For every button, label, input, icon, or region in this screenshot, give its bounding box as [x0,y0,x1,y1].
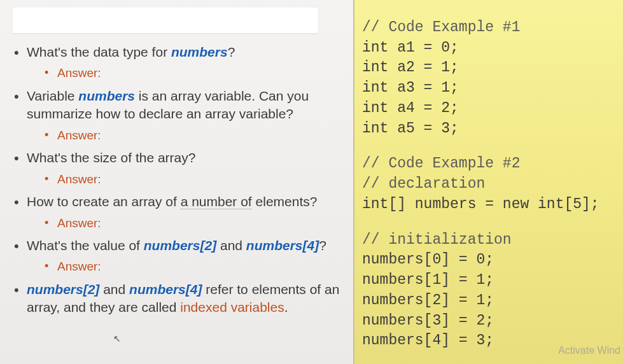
q6-var1: numbers[2] [27,282,99,297]
c1-line1: int a1 = 0; [362,39,459,56]
c2-decl: int[] numbers = new int[5]; [362,196,599,213]
c1-line2: int a2 = 1; [362,59,459,76]
q1-answer: Answer: [45,65,348,82]
q4-dotted: a number of [181,194,252,209]
c1-line5: int a5 = 3; [362,120,459,137]
q2-prefix: Variable [27,88,78,103]
code-init-block: // initialization numbers[0] = 0; number… [362,230,618,351]
answer-label: Answer: [57,172,101,186]
question-5: What's the value of numbers[2] and numbe… [13,237,348,276]
c2-init-comment: // initialization [362,232,512,248]
answer-label: Answer: [57,216,101,230]
question-4: How to create an array of a number of el… [13,193,348,232]
answer-label: Answer: [57,260,101,273]
activate-windows-watermark: Activate Wind [558,344,620,358]
q6-var2: numbers[4] [129,282,202,297]
q6-mid1: and [99,282,129,297]
question-1: What's the data type for numbers? Answer… [13,43,348,82]
cursor-icon: ↖ [113,333,121,344]
code-example-1: // Code Example #1 int a1 = 0; int a2 = … [362,18,618,139]
q1-var: numbers [171,45,228,59]
q6-end: . [284,300,288,314]
q5-answer: Answer: [45,258,348,276]
c2-i0: numbers[0] = 0; [362,251,494,268]
q5-suffix: ? [319,238,326,253]
slide-container: What's the data type for numbers? Answer… [0,0,623,364]
q4-answer: Answer: [45,215,348,232]
q4-prefix: How to create an array of [27,194,181,209]
question-2: Variable numbers is an array variable. C… [13,87,348,144]
answer-label: Answer: [57,66,101,80]
c1-comment: // Code Example #1 [362,19,520,36]
question-3: What's the size of the array? Answer: [13,149,348,188]
c2-comment: // Code Example #2 [362,155,520,172]
question-6: numbers[2] and numbers[4] refer to eleme… [13,281,348,317]
q5-var2: numbers[4] [246,238,319,253]
answer-label: Answer: [57,129,101,142]
c2-i4: numbers[4] = 3; [362,332,494,349]
q1-text-suffix: ? [228,45,235,59]
c2-decl-comment: // declaration [362,176,485,192]
c1-line3: int a3 = 1; [362,80,459,96]
redacted-title-box [13,8,318,33]
q1-text-prefix: What's the data type for [27,45,171,59]
q5-mid: and [216,238,246,253]
c2-i3: numbers[3] = 2; [362,312,494,329]
q3-text: What's the size of the array? [27,150,195,165]
q5-prefix: What's the value of [27,238,144,253]
c1-line4: int a4 = 2; [362,100,459,116]
q5-var1: numbers[2] [144,238,216,253]
questions-pane: What's the data type for numbers? Answer… [0,0,353,364]
question-list: What's the data type for numbers? Answer… [13,43,348,317]
code-example-2: // Code Example #2 // declaration int[] … [362,154,618,214]
q4-suffix: elements? [252,194,318,209]
q2-answer: Answer: [45,127,348,144]
c2-i2: numbers[2] = 1; [362,292,494,309]
q3-answer: Answer: [45,171,348,188]
q2-var: numbers [78,88,135,103]
code-pane: // Code Example #1 int a1 = 0; int a2 = … [353,0,623,364]
c2-i1: numbers[1] = 1; [362,272,494,288]
q6-term: indexed variables [180,300,284,314]
